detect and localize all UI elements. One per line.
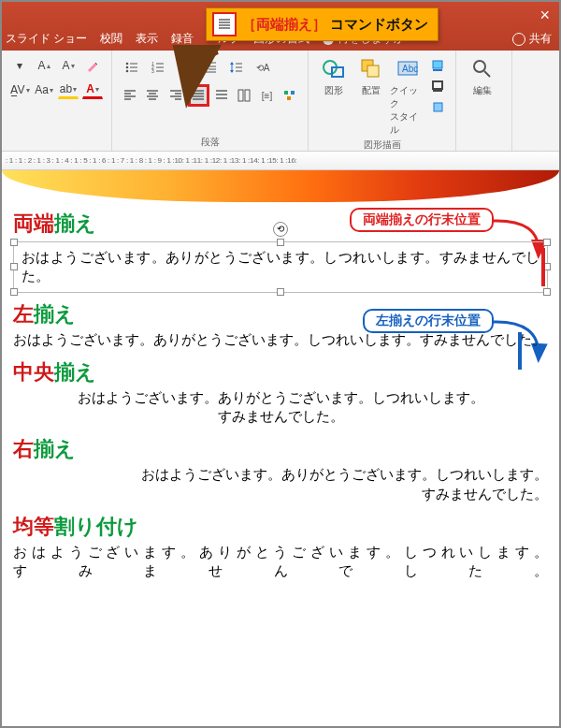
resize-handle[interactable] — [10, 288, 18, 296]
highlight-color-button[interactable]: ab▾ — [58, 80, 79, 99]
justify-icon — [212, 12, 237, 36]
slide-canvas[interactable]: 両端揃えの行末位置 左揃えの行末位置 両端揃え ⟲ おはようございます。ありがと… — [2, 170, 559, 726]
resize-handle[interactable] — [277, 288, 284, 296]
pointer-arrow-icon — [170, 45, 236, 110]
numbering-button[interactable]: 123 — [146, 56, 170, 79]
svg-point-63 — [474, 61, 485, 72]
text-direction-button[interactable]: ⟲A — [251, 56, 275, 79]
columns-button[interactable] — [234, 84, 254, 107]
smartart-convert-button[interactable] — [280, 84, 300, 107]
heading-distribute: 均等割り付け — [13, 513, 548, 541]
quick-styles-button[interactable]: Abc クイック スタイル — [390, 56, 425, 137]
increase-font-button[interactable]: A▴ — [34, 56, 54, 75]
svg-rect-61 — [433, 90, 442, 92]
rotate-handle-icon[interactable]: ⟲ — [273, 222, 288, 237]
note-justify-end: 両端揃えの行末位置 — [350, 208, 494, 232]
horizontal-ruler[interactable]: : 1 : 1 : 2 : 1 : 3 : 1 : 4 : 1 : 5 : 1 … — [2, 152, 559, 170]
svg-rect-51 — [287, 96, 291, 100]
resize-handle[interactable] — [277, 239, 284, 246]
svg-rect-47 — [238, 90, 243, 101]
align-center-button[interactable] — [142, 84, 163, 107]
svg-rect-50 — [291, 91, 295, 95]
svg-rect-62 — [434, 103, 442, 111]
callout-text: ［両端揃え］ コマンドボタン — [242, 16, 428, 34]
textbox-justify[interactable]: ⟲ おはようございます。ありがとうございます。しつれいします。すみませんでした。 — [13, 241, 548, 293]
svg-point-8 — [126, 70, 129, 73]
close-icon[interactable]: × — [539, 6, 550, 25]
paragraph-center: おはようございます。ありがとうございます。しつれいします。 すみませんでした。 — [13, 388, 548, 427]
heading-right: 右揃え — [13, 435, 548, 463]
svg-rect-58 — [433, 61, 442, 68]
paragraph-left: おはようございます。ありがとうございます。しつれいします。すみませんでした。 — [13, 330, 548, 349]
vertical-align-button[interactable]: [≡] — [256, 84, 277, 107]
tab-slideshow[interactable]: スライド ショー — [6, 31, 87, 51]
resize-handle[interactable] — [543, 239, 551, 246]
resize-handle[interactable] — [543, 288, 551, 296]
ribbon-group-font: ▾ A▴ A▾ A̲V▾ Aa▾ ab▾ A▾ — [2, 51, 112, 151]
paragraph-distribute: おはようございます。ありがとうございます。しつれいします。 すみませんでした。 — [13, 543, 548, 581]
align-left-button[interactable] — [120, 84, 140, 107]
arrange-button[interactable]: 配置 — [353, 56, 389, 97]
slide-banner-graphic — [2, 170, 559, 202]
ribbon-group-drawing: 図形 配置 Abc クイック スタイル 図形描画 — [309, 51, 456, 151]
shape-effects-button[interactable] — [427, 97, 448, 116]
quick-styles-icon: Abc — [395, 56, 421, 82]
shapes-gallery-button[interactable]: 図形 — [316, 56, 352, 97]
change-case-button[interactable]: Aa▾ — [34, 80, 54, 99]
svg-text:3: 3 — [151, 68, 154, 74]
svg-point-4 — [126, 63, 129, 66]
resize-handle[interactable] — [10, 239, 18, 246]
svg-point-6 — [126, 66, 129, 69]
svg-line-64 — [484, 71, 490, 77]
ribbon: ▾ A▴ A▾ A̲V▾ Aa▾ ab▾ A▾ — [2, 51, 559, 152]
svg-text:Abc: Abc — [402, 64, 418, 74]
svg-rect-60 — [433, 81, 442, 89]
group-label-font — [9, 137, 104, 149]
shape-outline-button[interactable] — [427, 77, 448, 95]
heading-center: 中央揃え — [13, 358, 548, 386]
svg-rect-55 — [367, 66, 379, 77]
paragraph-right: おはようございます。ありがとうございます。しつれいします。 すみませんでした。 — [13, 465, 548, 503]
arrange-icon — [358, 56, 384, 82]
clear-format-button[interactable] — [82, 56, 103, 75]
find-icon — [469, 56, 496, 82]
line-end-marker-blue — [518, 332, 522, 370]
resize-handle[interactable] — [10, 263, 18, 270]
edit-menu-button[interactable]: 編集 — [464, 56, 501, 97]
font-color-button[interactable]: A▾ — [82, 80, 103, 99]
body-text: おはようございます。ありがとうございます。しつれいします。すみませんでした。 — [22, 249, 539, 284]
svg-rect-59 — [433, 69, 442, 71]
char-spacing-button[interactable]: A̲V▾ — [9, 80, 30, 99]
decrease-font-button[interactable]: A▾ — [58, 56, 79, 75]
group-label-drawing: 図形描画 — [316, 137, 448, 152]
group-label-paragraph: 段落 — [120, 134, 300, 149]
shapes-icon — [321, 56, 347, 82]
callout-justify-button: ［両端揃え］ コマンドボタン — [206, 7, 439, 41]
ribbon-group-edit: 編集 — [456, 51, 512, 151]
svg-rect-49 — [284, 91, 288, 95]
tab-view[interactable]: 表示 — [136, 31, 158, 51]
tab-review[interactable]: 校閲 — [100, 31, 122, 51]
font-size-dd[interactable]: ▾ — [9, 56, 30, 75]
ribbon-group-paragraph: 123 ⟲A [≡] 段落 — [112, 51, 309, 151]
svg-rect-48 — [245, 90, 250, 101]
person-icon — [512, 33, 525, 46]
bullets-button[interactable] — [120, 56, 144, 79]
shape-fill-button[interactable] — [427, 56, 448, 75]
line-end-marker-red — [541, 248, 545, 286]
share-button[interactable]: 共有 — [512, 31, 552, 47]
